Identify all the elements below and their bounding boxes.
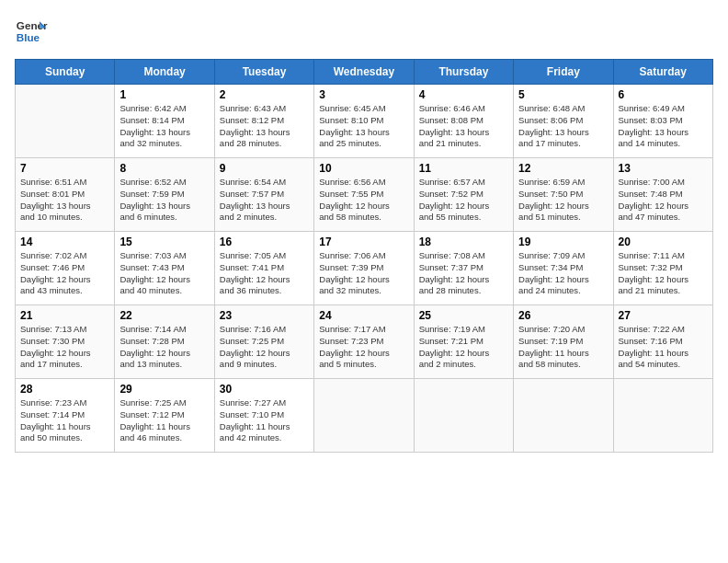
calendar-cell: 23Sunrise: 7:16 AM Sunset: 7:25 PM Dayli…: [214, 305, 313, 379]
calendar-cell: 14Sunrise: 7:02 AM Sunset: 7:46 PM Dayli…: [16, 232, 115, 305]
cell-date: 2: [220, 88, 309, 101]
calendar-cell: [613, 379, 712, 453]
cell-date: 26: [518, 309, 608, 322]
cell-info: Sunrise: 7:00 AM Sunset: 7:48 PM Dayligh…: [619, 177, 708, 224]
cell-date: 10: [319, 162, 408, 175]
cell-info: Sunrise: 7:17 AM Sunset: 7:23 PM Dayligh…: [319, 324, 408, 371]
day-header-friday: Friday: [514, 60, 613, 85]
calendar-cell: 5Sunrise: 6:48 AM Sunset: 8:06 PM Daylig…: [514, 85, 613, 158]
cell-info: Sunrise: 7:14 AM Sunset: 7:28 PM Dayligh…: [119, 324, 209, 371]
cell-info: Sunrise: 6:46 AM Sunset: 8:08 PM Dayligh…: [419, 103, 508, 150]
cell-date: 28: [20, 383, 109, 396]
calendar-cell: 1Sunrise: 6:42 AM Sunset: 8:14 PM Daylig…: [115, 85, 214, 158]
cell-info: Sunrise: 6:43 AM Sunset: 8:12 PM Dayligh…: [220, 103, 309, 150]
calendar-cell: 16Sunrise: 7:05 AM Sunset: 7:41 PM Dayli…: [214, 232, 313, 305]
cell-info: Sunrise: 7:25 AM Sunset: 7:12 PM Dayligh…: [119, 397, 209, 444]
cell-date: 4: [419, 88, 508, 101]
cell-info: Sunrise: 6:52 AM Sunset: 7:59 PM Dayligh…: [119, 177, 209, 224]
cell-date: 16: [220, 236, 309, 248]
cell-info: Sunrise: 7:20 AM Sunset: 7:19 PM Dayligh…: [518, 324, 608, 371]
calendar-cell: 15Sunrise: 7:03 AM Sunset: 7:43 PM Dayli…: [115, 232, 214, 305]
calendar-cell: 30Sunrise: 7:27 AM Sunset: 7:10 PM Dayli…: [214, 379, 313, 453]
calendar-cell: 18Sunrise: 7:08 AM Sunset: 7:37 PM Dayli…: [414, 232, 513, 305]
cell-date: 24: [319, 309, 408, 322]
cell-info: Sunrise: 7:11 AM Sunset: 7:32 PM Dayligh…: [619, 250, 708, 297]
cell-date: 11: [419, 162, 508, 175]
day-header-thursday: Thursday: [414, 60, 513, 85]
cell-date: 7: [20, 162, 109, 175]
calendar-cell: 28Sunrise: 7:23 AM Sunset: 7:14 PM Dayli…: [16, 379, 115, 453]
cell-date: 17: [319, 236, 408, 248]
calendar-cell: [16, 85, 115, 158]
calendar-cell: 4Sunrise: 6:46 AM Sunset: 8:08 PM Daylig…: [414, 85, 513, 158]
calendar-week-1: 1Sunrise: 6:42 AM Sunset: 8:14 PM Daylig…: [16, 85, 713, 158]
cell-info: Sunrise: 6:57 AM Sunset: 7:52 PM Dayligh…: [419, 177, 508, 224]
cell-date: 15: [119, 236, 209, 248]
calendar-cell: 6Sunrise: 6:49 AM Sunset: 8:03 PM Daylig…: [613, 85, 712, 158]
calendar-cell: 20Sunrise: 7:11 AM Sunset: 7:32 PM Dayli…: [613, 232, 712, 305]
cell-info: Sunrise: 6:54 AM Sunset: 7:57 PM Dayligh…: [220, 177, 309, 224]
cell-date: 8: [119, 162, 209, 175]
day-header-saturday: Saturday: [613, 60, 712, 85]
cell-info: Sunrise: 7:06 AM Sunset: 7:39 PM Dayligh…: [319, 250, 408, 297]
cell-info: Sunrise: 7:03 AM Sunset: 7:43 PM Dayligh…: [119, 250, 209, 297]
calendar-cell: 26Sunrise: 7:20 AM Sunset: 7:19 PM Dayli…: [514, 305, 613, 379]
cell-date: 23: [220, 309, 309, 322]
cell-info: Sunrise: 6:48 AM Sunset: 8:06 PM Dayligh…: [518, 103, 608, 150]
cell-info: Sunrise: 7:16 AM Sunset: 7:25 PM Dayligh…: [220, 324, 309, 371]
calendar-cell: 3Sunrise: 6:45 AM Sunset: 8:10 PM Daylig…: [314, 85, 414, 158]
cell-date: 25: [419, 309, 508, 322]
calendar-cell: 9Sunrise: 6:54 AM Sunset: 7:57 PM Daylig…: [214, 158, 313, 232]
cell-info: Sunrise: 7:27 AM Sunset: 7:10 PM Dayligh…: [220, 397, 309, 444]
cell-info: Sunrise: 7:23 AM Sunset: 7:14 PM Dayligh…: [20, 397, 109, 444]
cell-date: 1: [119, 88, 209, 101]
calendar-cell: 11Sunrise: 6:57 AM Sunset: 7:52 PM Dayli…: [414, 158, 513, 232]
logo: General Blue: [15, 15, 48, 48]
cell-date: 9: [220, 162, 309, 175]
calendar-cell: 24Sunrise: 7:17 AM Sunset: 7:23 PM Dayli…: [314, 305, 414, 379]
cell-date: 13: [619, 162, 708, 175]
calendar-cell: 7Sunrise: 6:51 AM Sunset: 8:01 PM Daylig…: [16, 158, 115, 232]
calendar-table: SundayMondayTuesdayWednesdayThursdayFrid…: [15, 59, 713, 453]
cell-info: Sunrise: 7:13 AM Sunset: 7:30 PM Dayligh…: [20, 324, 109, 371]
cell-date: 19: [518, 236, 608, 248]
cell-date: 3: [319, 88, 408, 101]
cell-date: 6: [619, 88, 708, 101]
calendar-cell: 19Sunrise: 7:09 AM Sunset: 7:34 PM Dayli…: [514, 232, 613, 305]
day-header-monday: Monday: [115, 60, 214, 85]
page-header: General Blue: [15, 15, 713, 48]
calendar-cell: 2Sunrise: 6:43 AM Sunset: 8:12 PM Daylig…: [214, 85, 313, 158]
cell-date: 30: [220, 383, 309, 396]
cell-info: Sunrise: 6:42 AM Sunset: 8:14 PM Dayligh…: [119, 103, 209, 150]
calendar-cell: 12Sunrise: 6:59 AM Sunset: 7:50 PM Dayli…: [514, 158, 613, 232]
calendar-cell: 27Sunrise: 7:22 AM Sunset: 7:16 PM Dayli…: [613, 305, 712, 379]
day-header-tuesday: Tuesday: [214, 60, 313, 85]
cell-date: 5: [518, 88, 608, 101]
calendar-week-5: 28Sunrise: 7:23 AM Sunset: 7:14 PM Dayli…: [16, 379, 713, 453]
cell-date: 22: [119, 309, 209, 322]
calendar-cell: 22Sunrise: 7:14 AM Sunset: 7:28 PM Dayli…: [115, 305, 214, 379]
cell-info: Sunrise: 7:08 AM Sunset: 7:37 PM Dayligh…: [419, 250, 508, 297]
cell-date: 20: [619, 236, 708, 248]
calendar-cell: 8Sunrise: 6:52 AM Sunset: 7:59 PM Daylig…: [115, 158, 214, 232]
cell-info: Sunrise: 7:09 AM Sunset: 7:34 PM Dayligh…: [518, 250, 608, 297]
calendar-week-4: 21Sunrise: 7:13 AM Sunset: 7:30 PM Dayli…: [16, 305, 713, 379]
calendar-cell: [514, 379, 613, 453]
cell-info: Sunrise: 6:59 AM Sunset: 7:50 PM Dayligh…: [518, 177, 608, 224]
calendar-cell: [414, 379, 513, 453]
cell-info: Sunrise: 7:22 AM Sunset: 7:16 PM Dayligh…: [619, 324, 708, 371]
cell-date: 12: [518, 162, 608, 175]
calendar-cell: 21Sunrise: 7:13 AM Sunset: 7:30 PM Dayli…: [16, 305, 115, 379]
cell-info: Sunrise: 7:05 AM Sunset: 7:41 PM Dayligh…: [220, 250, 309, 297]
calendar-cell: 29Sunrise: 7:25 AM Sunset: 7:12 PM Dayli…: [115, 379, 214, 453]
cell-info: Sunrise: 7:19 AM Sunset: 7:21 PM Dayligh…: [419, 324, 508, 371]
calendar-cell: 10Sunrise: 6:56 AM Sunset: 7:55 PM Dayli…: [314, 158, 414, 232]
svg-text:Blue: Blue: [17, 31, 40, 43]
days-header-row: SundayMondayTuesdayWednesdayThursdayFrid…: [16, 60, 713, 85]
cell-info: Sunrise: 6:49 AM Sunset: 8:03 PM Dayligh…: [619, 103, 708, 150]
calendar-cell: [314, 379, 414, 453]
cell-info: Sunrise: 6:45 AM Sunset: 8:10 PM Dayligh…: [319, 103, 408, 150]
calendar-cell: 17Sunrise: 7:06 AM Sunset: 7:39 PM Dayli…: [314, 232, 414, 305]
calendar-cell: 25Sunrise: 7:19 AM Sunset: 7:21 PM Dayli…: [414, 305, 513, 379]
cell-info: Sunrise: 6:56 AM Sunset: 7:55 PM Dayligh…: [319, 177, 408, 224]
